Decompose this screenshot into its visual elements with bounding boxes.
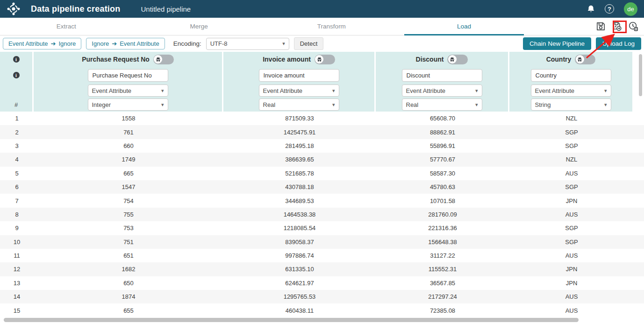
table-cell: 281760.09 — [376, 208, 509, 221]
table-row: 13650624621.9736567.85JPN — [0, 276, 644, 290]
chevron-down-icon: ▾ — [475, 102, 478, 108]
attribute-role-select[interactable]: Event Attribute ▾ — [402, 84, 482, 97]
detect-button[interactable]: Detect — [294, 37, 324, 50]
column-title: Purchase Request No — [82, 56, 150, 63]
incognito-icon — [316, 56, 322, 63]
chevron-down-icon: ▾ — [282, 41, 285, 47]
table-cell: 1218085.54 — [223, 221, 376, 235]
help-icon[interactable]: ? — [603, 3, 615, 15]
table-cell: 754 — [34, 194, 223, 207]
data-preview-table: 11558871509.3365608.70NZL27611425475.918… — [0, 112, 644, 317]
chain-new-pipeline-button[interactable]: Chain New Pipeline — [523, 37, 591, 50]
save-as-icon[interactable] — [611, 21, 623, 33]
app-header: Data pipeline creation Untitled pipeline… — [0, 0, 644, 18]
table-row: 11651997886.7431127.22AUS — [0, 249, 644, 262]
avatar[interactable]: de — [624, 2, 637, 16]
horizontal-scrollbar[interactable] — [4, 318, 579, 322]
column-name-input[interactable] — [259, 69, 339, 82]
table-cell: 58587.30 — [376, 167, 509, 180]
ignore-to-event-attribute-button[interactable]: Ignore ➔ Event Attribute — [86, 38, 165, 49]
table-cell: 1464538.38 — [223, 208, 376, 221]
table-cell: SGP — [509, 125, 634, 139]
app-logo-icon — [7, 2, 21, 16]
table-cell: AUS — [509, 167, 634, 180]
table-cell: 1295765.53 — [223, 290, 376, 303]
table-cell: 72385.08 — [376, 303, 509, 317]
incognito-icon — [449, 56, 455, 63]
column-name-input[interactable] — [402, 69, 482, 82]
data-type-select[interactable]: Integer ▾ — [88, 98, 168, 111]
table-cell: 624621.97 — [223, 276, 376, 290]
encoding-select[interactable]: UTF-8 ▾ — [206, 38, 289, 50]
attribute-role-select[interactable]: Event Attribute ▾ — [259, 84, 339, 97]
table-cell: 36567.85 — [376, 276, 509, 290]
incognito-icon — [155, 56, 161, 63]
table-cell: 45780.63 — [376, 180, 509, 194]
gutter-header: i i # — [0, 52, 34, 112]
table-cell: 655 — [34, 303, 223, 317]
table-row: 10751839058.37156648.38SGP — [0, 235, 644, 249]
hash-label: # — [14, 101, 18, 108]
anonymize-toggle[interactable] — [315, 55, 335, 64]
table-cell: SGP — [509, 180, 634, 194]
anonymize-toggle[interactable] — [575, 55, 595, 64]
table-row: 97531218085.54221316.36SGP — [0, 221, 644, 235]
row-number: 14 — [0, 290, 34, 303]
upload-log-button[interactable]: Upload Log — [596, 37, 641, 50]
table-cell: 430788.18 — [223, 180, 376, 194]
table-cell: 221316.36 — [376, 221, 509, 235]
attribute-role-select[interactable]: Event Attribute ▾ — [88, 84, 168, 97]
column-config-header: i i # Purchase Request No Event Attribut… — [0, 52, 644, 112]
table-cell: 55896.91 — [376, 139, 509, 153]
data-type-select[interactable]: Real ▾ — [402, 98, 482, 111]
info-icon: i — [13, 56, 20, 63]
vertical-scrollbar[interactable] — [639, 54, 642, 96]
row-number: 13 — [0, 276, 34, 290]
column-name-input[interactable] — [88, 69, 168, 82]
data-type-select[interactable]: String ▾ — [531, 98, 611, 111]
table-cell: AUS — [509, 208, 634, 221]
pipeline-steps-tabbar: ExtractMergeTransformLoad — [0, 18, 644, 35]
table-cell: 88862.91 — [376, 125, 509, 139]
anonymize-toggle[interactable] — [447, 55, 468, 64]
encoding-label: Encoding: — [173, 40, 201, 47]
column-header-1: Purchase Request No Event Attribute ▾ In… — [34, 52, 223, 112]
notifications-bell-icon[interactable] — [585, 3, 597, 15]
chevron-down-icon: ▾ — [161, 88, 164, 94]
table-cell: JPN — [509, 262, 634, 276]
table-cell: 997886.74 — [223, 249, 376, 262]
column-title: Country — [546, 56, 572, 63]
column-title: Invoice amount — [263, 56, 311, 63]
arrow-right-icon: ➔ — [51, 40, 56, 47]
column-header-2: Invoice amount Event Attribute ▾ Real ▾ — [223, 52, 376, 112]
tab-load[interactable]: Load — [398, 18, 530, 35]
chevron-down-icon: ▾ — [604, 88, 607, 94]
table-cell: 651 — [34, 249, 223, 262]
anonymize-toggle[interactable] — [153, 55, 174, 64]
table-cell: 753 — [34, 221, 223, 235]
attribute-role-select[interactable]: Event Attribute ▾ — [531, 84, 611, 97]
table-cell: 665 — [34, 167, 223, 180]
table-cell: 1425475.91 — [223, 125, 376, 139]
arrow-right-icon: ➔ — [112, 40, 117, 47]
table-row: 121682631335.10115552.31JPN — [0, 262, 644, 276]
data-type-select[interactable]: Real ▾ — [259, 98, 339, 111]
event-attribute-to-ignore-button[interactable]: Event Attribute ➔ Ignore — [3, 38, 81, 49]
row-number: 10 — [0, 235, 34, 249]
tab-transform[interactable]: Transform — [265, 18, 398, 35]
history-icon[interactable] — [627, 21, 639, 33]
column-header-3: Discount Event Attribute ▾ Real ▾ — [376, 52, 509, 112]
table-cell: 115552.31 — [376, 262, 509, 276]
table-cell: 521685.78 — [223, 167, 376, 180]
table-cell: 65608.70 — [376, 112, 509, 125]
load-toolbar: Event Attribute ➔ Ignore Ignore ➔ Event … — [0, 35, 644, 52]
chevron-down-icon: ▾ — [332, 102, 335, 108]
column-name-input[interactable] — [531, 69, 611, 82]
tab-extract[interactable]: Extract — [0, 18, 133, 35]
row-number: 6 — [0, 180, 34, 194]
column-title: Discount — [416, 56, 444, 63]
table-row: 61547430788.1845780.63SGP — [0, 180, 644, 194]
tab-merge[interactable]: Merge — [133, 18, 265, 35]
save-icon[interactable] — [594, 21, 607, 33]
row-number: 8 — [0, 208, 34, 221]
